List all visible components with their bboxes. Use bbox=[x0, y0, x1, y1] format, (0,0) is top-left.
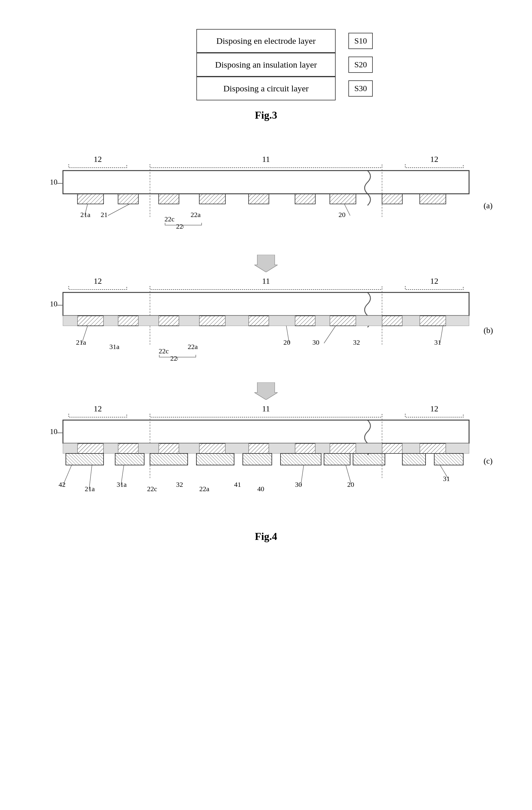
pad2-b bbox=[118, 315, 139, 326]
pad3-a bbox=[159, 194, 179, 204]
bracket-12-left-c bbox=[69, 414, 127, 417]
label-12-right-b: 12 bbox=[430, 276, 438, 286]
ins4-c bbox=[179, 443, 199, 453]
flow-box-s10-text: Disposing en electrode layer bbox=[216, 36, 316, 46]
label-22a-b: 22a bbox=[188, 343, 198, 351]
pad6-b bbox=[295, 315, 315, 326]
pad1-c bbox=[78, 443, 103, 453]
bracket-12-right-b bbox=[405, 286, 463, 290]
brace-22-b bbox=[159, 355, 196, 357]
label-21a-c: 21a bbox=[85, 485, 95, 492]
circuit10-c bbox=[434, 453, 463, 465]
circuit1-c bbox=[66, 453, 103, 465]
step-label-s30: S30 bbox=[349, 80, 373, 97]
ins10-b bbox=[446, 315, 469, 326]
bracket-11-b bbox=[150, 286, 382, 290]
circuit5-c bbox=[243, 453, 272, 465]
diagram-label-a: (a) bbox=[484, 201, 493, 210]
circuit3-c bbox=[150, 453, 188, 465]
pad7-b bbox=[330, 315, 356, 326]
label-20-b: 20 bbox=[284, 339, 290, 346]
fig4-label: Fig.4 bbox=[34, 530, 498, 542]
label-10-a: 10 bbox=[50, 178, 58, 186]
diagram-c-svg: 12 11 12 10 bbox=[34, 403, 498, 519]
substrate-a bbox=[63, 171, 469, 194]
ins7-c bbox=[315, 443, 330, 453]
pad4-c bbox=[199, 443, 225, 453]
pad4-b bbox=[199, 315, 225, 326]
flow-box-s30-text: Disposing a circuit layer bbox=[223, 84, 309, 93]
label-21a-b: 21a bbox=[76, 339, 86, 346]
pad9-b bbox=[420, 315, 446, 326]
diagram-label-b: (b) bbox=[484, 326, 493, 335]
pad7-c bbox=[330, 443, 356, 453]
pad5-c bbox=[248, 443, 269, 453]
label-20-a: 20 bbox=[339, 211, 345, 218]
ins6-b bbox=[269, 315, 295, 326]
label-10-c: 10 bbox=[50, 427, 58, 436]
flow-row-s10: Disposing en electrode layer S10 bbox=[196, 29, 336, 53]
bracket-12-left-a bbox=[69, 164, 127, 168]
ins8-b bbox=[356, 315, 382, 326]
pad6-a bbox=[295, 194, 315, 204]
flow-box-s10: Disposing en electrode layer S10 bbox=[196, 29, 336, 53]
diagram-label-c: (c) bbox=[484, 456, 493, 465]
label-40-c: 40 bbox=[257, 485, 264, 492]
fig4-section: 12 11 12 bbox=[23, 153, 509, 542]
arrow-a-b bbox=[34, 255, 498, 272]
pad3-c bbox=[159, 443, 179, 453]
pad1-b bbox=[78, 315, 103, 326]
flow-row-s20: Disposing an insulation layer S20 bbox=[196, 53, 336, 77]
label-22-b: 22 bbox=[170, 355, 177, 362]
brace-22 bbox=[165, 223, 201, 225]
label-31a-b: 31a bbox=[109, 343, 119, 351]
line-21 bbox=[108, 204, 130, 215]
line-30-b bbox=[324, 326, 336, 343]
ins5-c bbox=[225, 443, 248, 453]
hollow-arrow-svg-2 bbox=[254, 383, 278, 400]
circuit4-c bbox=[196, 453, 234, 465]
svg-marker-4 bbox=[254, 383, 278, 400]
diagram-a-svg: 12 11 12 bbox=[34, 153, 498, 252]
pad3-b bbox=[159, 315, 179, 326]
step-label-s20: S20 bbox=[349, 56, 373, 73]
fig3-label: Fig.3 bbox=[255, 109, 277, 121]
label-12-right-a: 12 bbox=[430, 155, 438, 164]
bracket-12-right-c bbox=[405, 414, 463, 417]
circuit9-c bbox=[402, 453, 425, 465]
ins5-b bbox=[225, 315, 248, 326]
flow-box-s20: Disposing an insulation layer S20 bbox=[196, 53, 336, 77]
ins3-c bbox=[139, 443, 159, 453]
pad1-a bbox=[78, 194, 103, 204]
ins7-b bbox=[315, 315, 330, 326]
wavy-break-a bbox=[365, 171, 370, 206]
ins10-c bbox=[446, 443, 469, 453]
label-22c-a: 22c bbox=[164, 215, 175, 223]
diagram-c: 12 11 12 10 bbox=[34, 403, 498, 519]
pad4-a bbox=[199, 194, 225, 204]
label-21-a: 21 bbox=[101, 211, 108, 218]
ins1-c bbox=[63, 443, 78, 453]
label-22-a: 22 bbox=[176, 223, 183, 230]
label-22c-b: 22c bbox=[159, 347, 169, 355]
diagram-a: 12 11 12 bbox=[34, 153, 498, 252]
pad8-a bbox=[382, 194, 402, 204]
ins2-b bbox=[103, 315, 118, 326]
diagram-container: 12 11 12 bbox=[34, 153, 498, 542]
flow-row-s30: Disposing a circuit layer S30 bbox=[196, 77, 336, 100]
circuit6-c bbox=[280, 453, 321, 465]
label-12-left-a: 12 bbox=[94, 155, 102, 164]
label-22c-c: 22c bbox=[147, 485, 157, 492]
pad7-a bbox=[330, 194, 356, 204]
pad5-a bbox=[248, 194, 269, 204]
label-11-c: 11 bbox=[262, 404, 270, 413]
pad6-c bbox=[295, 443, 315, 453]
hollow-arrow-svg-1 bbox=[254, 255, 278, 272]
label-22a-a: 22a bbox=[191, 211, 201, 218]
label-12-left-b: 12 bbox=[94, 276, 102, 286]
ins2-c bbox=[103, 443, 118, 453]
label-32-b: 32 bbox=[353, 339, 360, 346]
pad8-b bbox=[382, 315, 402, 326]
pad5-b bbox=[248, 315, 269, 326]
bracket-11-c bbox=[150, 414, 382, 417]
